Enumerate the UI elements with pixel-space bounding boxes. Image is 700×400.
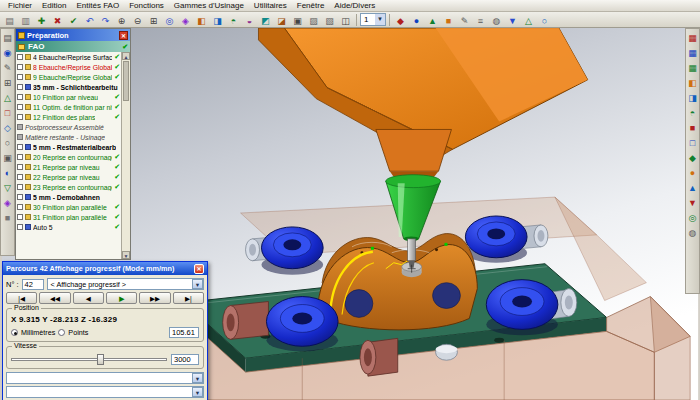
tree-close-icon[interactable]: ✕ [119, 31, 128, 40]
tree-checkbox[interactable] [17, 204, 23, 210]
extra-combo-2[interactable]: ▼ [6, 386, 204, 398]
tree-item-4[interactable]: 4 Ebauche/Reprise Surfaces✔ [16, 52, 121, 62]
tree-checkbox[interactable] [17, 194, 23, 200]
scroll-up-icon[interactable]: ▲ [122, 52, 130, 60]
scroll-thumb[interactable] [123, 61, 129, 101]
right-strip-icon-7[interactable]: ■ [686, 120, 699, 135]
left-strip-icon-11[interactable]: ▽ [1, 180, 14, 195]
toolbar-icon-21[interactable]: ▧ [322, 13, 337, 27]
toolbar-r-icon-10[interactable]: ○ [537, 13, 552, 27]
slider-thumb[interactable] [97, 354, 104, 365]
toolbar-r-icon-7[interactable]: ◍ [489, 13, 504, 27]
tree-item-10[interactable]: 10 Finition par niveau✔ [16, 92, 121, 102]
chevron-down-icon[interactable]: ▼ [375, 14, 385, 25]
tree-checkbox[interactable] [17, 144, 23, 150]
tree-checkbox[interactable] [17, 104, 23, 110]
toolbar-icon-9[interactable]: ⊖ [130, 13, 145, 27]
tree-checkbox[interactable] [17, 94, 23, 100]
left-strip-icon-8[interactable]: ○ [1, 135, 14, 150]
playback-button-4[interactable]: ▶ [106, 292, 137, 304]
right-strip-icon-4[interactable]: ◧ [686, 75, 699, 90]
scroll-down-icon[interactable]: ▼ [122, 251, 130, 259]
right-strip-icon-10[interactable]: ● [686, 165, 699, 180]
playback-button-3[interactable]: ◀ [73, 292, 104, 304]
tree-checkbox[interactable] [17, 114, 23, 120]
toolbar-r-icon-5[interactable]: ✎ [457, 13, 472, 27]
tree-checkbox[interactable] [17, 224, 23, 230]
tree-item-30[interactable]: 30 Finition plan parallèle✔ [16, 202, 121, 212]
toolbar-icon-22[interactable]: ◫ [338, 13, 353, 27]
playback-button-6[interactable]: ▶| [173, 292, 204, 304]
tree-checkbox[interactable] [17, 174, 23, 180]
display-mode-combo[interactable]: < Affichage progressif > ▼ [47, 278, 204, 290]
points-value-input[interactable]: 105.61 [169, 327, 199, 338]
chevron-down-icon[interactable]: ▼ [192, 373, 203, 383]
toolbar-r-icon-3[interactable]: ▲ [425, 13, 440, 27]
left-strip-icon-6[interactable]: □ [1, 105, 14, 120]
tree-item-22[interactable]: 22 Reprise par niveau✔ [16, 172, 121, 182]
left-strip-icon-10[interactable]: ◐ [1, 165, 14, 180]
right-strip-icon-12[interactable]: ▼ [686, 195, 699, 210]
dialog-titlebar[interactable]: Parcours 42 Affichage progressif (Mode m… [3, 262, 207, 275]
tree-item[interactable]: Matière restante - Usinage [16, 132, 121, 142]
tree-item-8[interactable]: 8 Ebauche/Reprise Globale✔ [16, 62, 121, 72]
toolbar-icon-8[interactable]: ⊕ [114, 13, 129, 27]
left-strip-icon-3[interactable]: ✎ [1, 60, 14, 75]
toolbar-r-icon-1[interactable]: ◆ [393, 13, 408, 27]
toolbar-icon-1[interactable]: ▤ [2, 13, 17, 27]
menu-aide-divers[interactable]: Aide/Divers [329, 1, 380, 10]
left-strip-icon-1[interactable]: ▤ [1, 30, 14, 45]
toolbar-icon-3[interactable]: ✚ [34, 13, 49, 27]
left-strip-icon-12[interactable]: ◈ [1, 195, 14, 210]
path-number-input[interactable]: 42 [22, 279, 44, 290]
menu-entit-s-fao[interactable]: Entités FAO [71, 1, 124, 10]
toolbar-icon-17[interactable]: ◩ [258, 13, 273, 27]
menu-edition[interactable]: Edition [37, 1, 71, 10]
toolbar-icon-4[interactable]: ✖ [50, 13, 65, 27]
toolbar-icon-14[interactable]: ◨ [210, 13, 225, 27]
tree-item[interactable]: 5 mm - Restmaterialbearb [16, 142, 121, 152]
tree-item-21[interactable]: 21 Reprise par niveau✔ [16, 162, 121, 172]
toolbar-icon-10[interactable]: ⊞ [146, 13, 161, 27]
tree-checkbox[interactable] [17, 164, 23, 170]
toolbar-icon-5[interactable]: ✔ [66, 13, 81, 27]
menu-gammes-d-usinage[interactable]: Gammes d'Usinage [169, 1, 249, 10]
tree-checkbox[interactable] [17, 214, 23, 220]
tree-scrollbar[interactable]: ▲ ▼ [121, 52, 130, 259]
speed-value-input[interactable]: 3000 [171, 354, 199, 365]
right-strip-icon-11[interactable]: ▲ [686, 180, 699, 195]
menu-fichier[interactable]: Fichier [3, 1, 37, 10]
tree-root-fao[interactable]: FAO ✔ [16, 41, 130, 52]
tree-item-11[interactable]: 11 Optim. de finition par niv✔ [16, 102, 121, 112]
toolbar-icon-11[interactable]: ◎ [162, 13, 177, 27]
toolbar-r-icon-4[interactable]: ■ [441, 13, 456, 27]
toolbar-icon-20[interactable]: ▨ [306, 13, 321, 27]
millimetres-radio[interactable] [11, 329, 18, 336]
chevron-down-icon[interactable]: ▼ [192, 387, 203, 397]
playback-button-5[interactable]: ▶▶ [139, 292, 170, 304]
menu-fonctions[interactable]: Fonctions [124, 1, 169, 10]
toolbar-icon-2[interactable]: ▥ [18, 13, 33, 27]
tree-item-23[interactable]: 23 Reprise en contournage✔ [16, 182, 121, 192]
tree-item[interactable]: Postprocesseur Assemblé [16, 122, 121, 132]
tree-item-20[interactable]: 20 Reprise en contournage✔ [16, 152, 121, 162]
toolbar-icon-19[interactable]: ▣ [290, 13, 305, 27]
tree-checkbox[interactable] [17, 74, 23, 80]
right-strip-icon-6[interactable]: ◓ [686, 105, 699, 120]
toolbar-icon-7[interactable]: ↷ [98, 13, 113, 27]
toolbar-zoom-combo[interactable]: 1▼ [360, 13, 386, 26]
toolbar-icon-13[interactable]: ◧ [194, 13, 209, 27]
left-strip-icon-9[interactable]: ▣ [1, 150, 14, 165]
tree-checkbox[interactable] [17, 54, 23, 60]
toolbar-icon-15[interactable]: ◓ [226, 13, 241, 27]
tree-panel-titlebar[interactable]: Préparation ✕ [16, 29, 130, 41]
tree-item[interactable]: 35 mm - Schlichtbearbeitu [16, 82, 121, 92]
right-strip-icon-13[interactable]: ◎ [686, 210, 699, 225]
right-strip-icon-8[interactable]: □ [686, 135, 699, 150]
toolbar-icon-16[interactable]: ◒ [242, 13, 257, 27]
menu-fen-tre[interactable]: Fenêtre [292, 1, 330, 10]
tree-checkbox[interactable] [17, 84, 23, 90]
toolbar-icon-12[interactable]: ◈ [178, 13, 193, 27]
toolbar-r-icon-8[interactable]: ▼ [505, 13, 520, 27]
tree-checkbox[interactable] [17, 154, 23, 160]
